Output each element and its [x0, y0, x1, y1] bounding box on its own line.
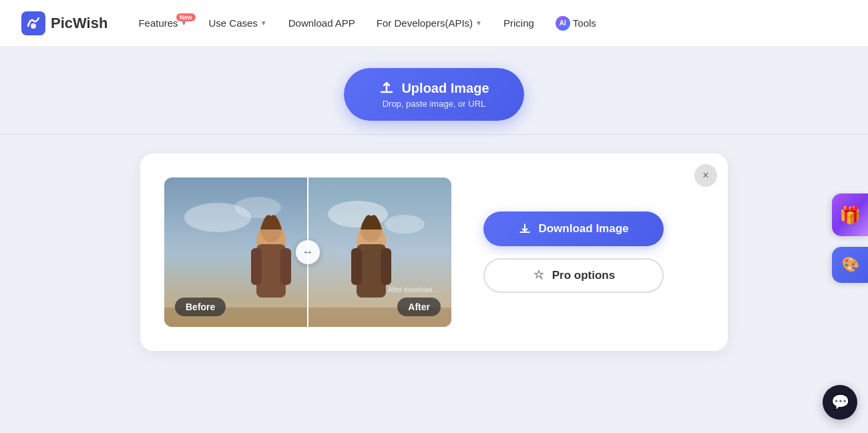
- svg-rect-19: [381, 248, 391, 285]
- nav-tools[interactable]: AI Tools: [546, 11, 606, 36]
- upload-btn-main: Upload Image: [379, 80, 489, 96]
- upload-image-button[interactable]: Upload Image Drop, paste image, or URL: [344, 68, 523, 121]
- edit-icon: 🎨: [841, 256, 859, 274]
- download-icon: [518, 222, 531, 236]
- nav-pricing[interactable]: Pricing: [494, 12, 544, 34]
- svg-point-7: [234, 197, 281, 218]
- nav-features-label: Features: [138, 17, 178, 29]
- card-section: ×: [0, 135, 868, 370]
- chevron-down-icon: ▼: [260, 19, 267, 27]
- close-button[interactable]: ×: [694, 164, 717, 187]
- ai-icon: AI: [556, 16, 570, 31]
- pro-options-icon: [532, 269, 546, 282]
- floating-chat-button[interactable]: 💬: [823, 385, 857, 420]
- image-comparison: ↔ Before After After download...: [164, 177, 451, 327]
- nav-links: Features ▼ New Use Cases ▼ Download APP …: [129, 11, 605, 36]
- svg-point-9: [385, 215, 425, 234]
- before-label: Before: [175, 298, 226, 316]
- nav-for-developers[interactable]: For Developers(APIs) ▼: [367, 12, 491, 34]
- svg-point-1: [31, 23, 36, 29]
- pro-options-button[interactable]: Pro options: [483, 258, 664, 293]
- chevron-down-icon: ▼: [475, 19, 482, 27]
- action-buttons: Download Image Pro options: [483, 211, 664, 293]
- svg-rect-13: [251, 248, 262, 285]
- close-icon: ×: [702, 169, 708, 181]
- svg-rect-18: [351, 248, 362, 285]
- floating-edit-button[interactable]: 🎨: [832, 247, 868, 283]
- logo-link[interactable]: PicWish: [21, 11, 107, 35]
- upload-icon: [379, 80, 395, 96]
- floating-gift-button[interactable]: 🎁: [832, 193, 868, 236]
- nav-download-app[interactable]: Download APP: [279, 12, 365, 34]
- nav-download-app-label: Download APP: [288, 17, 355, 29]
- nav-use-cases[interactable]: Use Cases ▼: [200, 12, 276, 34]
- main-content: Upload Image Drop, paste image, or URL ×: [0, 47, 868, 370]
- upload-section: Upload Image Drop, paste image, or URL: [0, 47, 868, 134]
- upload-button-main-label: Upload Image: [401, 81, 489, 96]
- nav-for-developers-label: For Developers(APIs): [377, 17, 473, 29]
- gift-icon: 🎁: [839, 205, 861, 226]
- picwish-logo-icon: [21, 11, 45, 35]
- upload-button-sub-label: Drop, paste image, or URL: [383, 99, 486, 109]
- watermark-text: After download...: [388, 286, 438, 294]
- nav-tools-label: Tools: [573, 17, 596, 29]
- nav-use-cases-label: Use Cases: [209, 17, 258, 29]
- download-image-button[interactable]: Download Image: [483, 211, 664, 246]
- svg-rect-14: [280, 248, 291, 285]
- nav-pricing-label: Pricing: [503, 17, 534, 29]
- logo-text: PicWish: [51, 15, 107, 32]
- after-label: After: [397, 298, 441, 316]
- chat-icon: 💬: [831, 394, 849, 411]
- download-button-label: Download Image: [538, 222, 628, 236]
- new-badge: New: [176, 13, 196, 21]
- pro-options-label: Pro options: [552, 269, 615, 282]
- comparison-handle[interactable]: ↔: [296, 240, 320, 264]
- nav-features[interactable]: Features ▼ New: [129, 12, 196, 34]
- navbar: PicWish Features ▼ New Use Cases ▼ Downl…: [0, 0, 868, 47]
- result-card: ×: [140, 153, 728, 351]
